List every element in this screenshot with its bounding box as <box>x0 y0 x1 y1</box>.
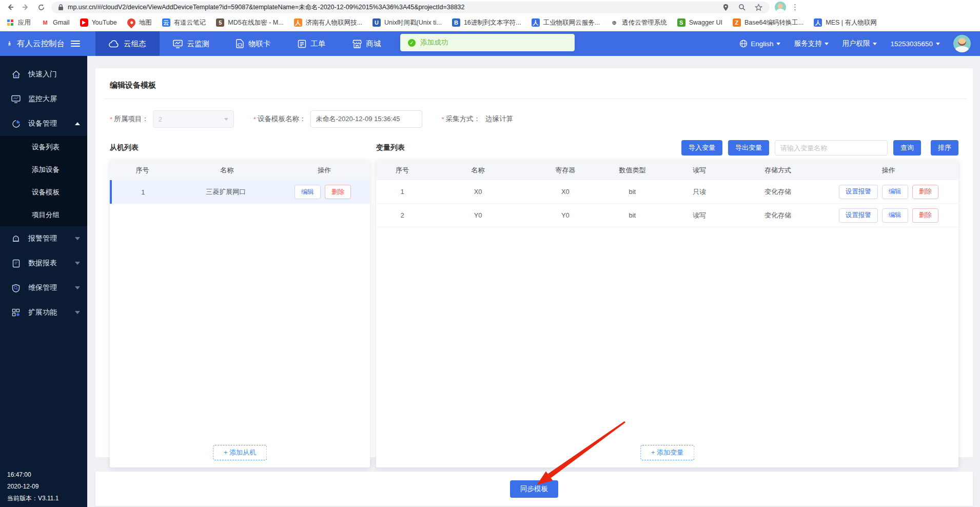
browser-toolbar: mp.usr.cn/#/cloudV2/device/ViewAddDevice… <box>0 0 980 14</box>
bookmark-youtube[interactable]: YouTube <box>80 18 117 27</box>
set-alarm-button[interactable]: 设置报警 <box>839 185 878 199</box>
youdao-icon: 云 <box>162 18 170 27</box>
bookmark-star-icon[interactable] <box>753 2 763 12</box>
lock-icon <box>57 2 64 12</box>
bookmark-youdao[interactable]: 云有道云笔记 <box>162 18 206 27</box>
project-select[interactable]: 2 <box>153 110 234 128</box>
chevron-down-icon <box>873 43 877 45</box>
sidebar-item-add-device[interactable]: 添加设备 <box>0 159 87 181</box>
version-label: 当前版本：V3.11.1 <box>7 493 58 504</box>
chevron-down-icon <box>224 118 228 121</box>
chevron-down-icon <box>75 286 80 289</box>
sidebar-item-project-group[interactable]: 项目分组 <box>0 204 87 226</box>
nav-right: English 服务支持 用户权限 15253035650 <box>739 31 980 56</box>
bookmark-base64[interactable]: ZBase64编码转换工... <box>733 18 803 27</box>
pie-chart-icon <box>11 119 21 128</box>
address-bar[interactable]: mp.usr.cn/#/cloudV2/device/ViewAddDevice… <box>51 2 770 13</box>
account-menu[interactable]: 15253035650 <box>890 40 940 48</box>
user-avatar[interactable] <box>953 35 971 52</box>
divider <box>104 99 967 99</box>
set-alarm-button[interactable]: 设置报警 <box>839 208 878 223</box>
bookmark-unix-timestamp[interactable]: UUnix时间戳(Unix ti... <box>373 18 442 27</box>
tab-iot-card[interactable]: 物联卡 <box>223 31 284 56</box>
table-row[interactable]: 1 X0 X0 bit 只读 变化存储 设置报警 编辑 删除 <box>376 180 958 204</box>
sync-template-button[interactable]: 同步模板 <box>510 480 558 498</box>
sidebar-item-data-report[interactable]: 数据报表 <box>0 251 87 276</box>
nav-tabs: 云组态 云监测 物联卡 工单 商城 <box>95 31 395 56</box>
bookmark-maps[interactable]: 地图 <box>127 18 152 27</box>
home-icon <box>11 70 21 79</box>
back-icon[interactable] <box>5 2 15 12</box>
bookmark-iiot-cloud[interactable]: 人工业物联网云服务... <box>532 18 600 27</box>
report-icon <box>11 259 21 268</box>
table-row[interactable]: 1 三菱扩展网口 编辑 删除 <box>110 180 370 204</box>
export-variable-button[interactable]: 导出变量 <box>728 140 769 155</box>
bookmark-usr-jinan[interactable]: 人济南有人物联网技... <box>294 18 362 27</box>
table-row[interactable]: 2 Y0 Y0 bit 读写 变化存储 设置报警 编辑 删除 <box>376 204 958 227</box>
bookmark-md5[interactable]: 5MD5在线加密 - M... <box>216 18 283 27</box>
slave-table-header: 序号 名称 操作 <box>110 161 370 180</box>
sidebar-item-maintenance[interactable]: 维保管理 <box>0 276 87 300</box>
screen: mp.usr.cn/#/cloudV2/device/ViewAddDevice… <box>0 0 980 507</box>
support-menu[interactable]: 服务支持 <box>794 39 829 48</box>
apps-grid-icon <box>6 18 14 27</box>
variable-search-input[interactable] <box>775 140 888 155</box>
edit-variable-button[interactable]: 编辑 <box>882 185 908 199</box>
project-label: 所属项目： <box>114 114 149 124</box>
bookmark-mes[interactable]: 人MES | 有人物联网 <box>814 18 877 27</box>
grid-icon <box>11 308 21 317</box>
tab-work-order[interactable]: 工单 <box>284 31 339 56</box>
tab-cloud-monitor[interactable]: 云监测 <box>160 31 223 56</box>
template-name-input[interactable] <box>310 110 422 128</box>
collapse-menu-icon[interactable] <box>71 41 80 47</box>
bookmark-passthrough-cloud[interactable]: ⊕透传云管理系统 <box>610 18 667 27</box>
language-menu[interactable]: English <box>739 40 780 48</box>
query-button[interactable]: 查询 <box>893 140 921 155</box>
delete-variable-button[interactable]: 删除 <box>912 208 938 223</box>
import-variable-button[interactable]: 导入变量 <box>681 140 722 155</box>
sidebar-item-device-management[interactable]: 设备管理 <box>0 111 87 136</box>
edit-variable-button[interactable]: 编辑 <box>882 208 908 223</box>
sidebar-item-extensions[interactable]: 扩展功能 <box>0 300 87 325</box>
mes-person-icon: 人 <box>814 18 822 27</box>
bookmark-hex-to-text[interactable]: B16进制到文本字符... <box>452 18 521 27</box>
device-submenu: 设备列表 添加设备 设备模板 项目分组 <box>0 136 87 226</box>
screen-icon <box>11 94 21 104</box>
add-slave-button[interactable]: + 添加从机 <box>213 445 267 460</box>
permission-menu[interactable]: 用户权限 <box>842 39 877 48</box>
add-variable-button[interactable]: + 添加变量 <box>640 445 694 460</box>
delete-variable-button[interactable]: 删除 <box>912 185 938 199</box>
edit-slave-button[interactable]: 编辑 <box>295 185 321 199</box>
slave-list-panel: 序号 名称 操作 1 三菱扩展网口 编辑 删除 + 添加从机 <box>110 161 370 467</box>
tab-cloud-scada[interactable]: 云组态 <box>95 31 160 56</box>
sidebar-item-alarm-management[interactable]: 报警管理 <box>0 226 87 251</box>
bookmark-gmail[interactable]: MGmail <box>41 18 70 27</box>
forward-icon[interactable] <box>21 2 31 12</box>
zoom-icon[interactable] <box>737 2 747 12</box>
reload-icon[interactable] <box>36 2 46 12</box>
variable-list-title: 变量列表 <box>376 143 405 152</box>
browser-menu-icon[interactable]: ⋮ <box>791 3 799 12</box>
tab-mall[interactable]: 商城 <box>339 31 395 56</box>
content-area: 编辑设备模板 * 所属项目： 2 * 设备模板名称： * 采集方式： 边缘计算 <box>87 56 980 507</box>
bookmark-swagger[interactable]: SSwagger UI <box>677 18 722 27</box>
current-date: 2020-12-09 <box>7 481 58 493</box>
sidebar-item-quick-start[interactable]: 快速入门 <box>0 62 87 87</box>
app-title: 有人云控制台 <box>17 38 65 49</box>
chevron-down-icon <box>75 311 80 314</box>
footer-bar: 同步模板 <box>95 472 973 506</box>
delete-slave-button[interactable]: 删除 <box>325 185 351 199</box>
chevron-down-icon <box>825 43 829 45</box>
bookmark-apps[interactable]: 应用 <box>6 18 31 27</box>
location-pin-icon[interactable] <box>720 2 731 12</box>
sort-button[interactable]: 排序 <box>931 140 958 155</box>
browser-profile-avatar[interactable] <box>775 2 786 13</box>
current-time: 16:47:00 <box>7 469 58 481</box>
template-form: * 所属项目： 2 * 设备模板名称： * 采集方式： 边缘计算 <box>110 110 958 128</box>
md5-icon: 5 <box>216 18 224 27</box>
sidebar-item-monitor-screen[interactable]: 监控大屏 <box>0 87 87 111</box>
sidebar-item-device-list[interactable]: 设备列表 <box>0 136 87 159</box>
app-logo[interactable]: 有人云控制台 <box>0 31 87 56</box>
sidebar-item-device-template[interactable]: 设备模板 <box>0 181 87 204</box>
template-name-label: 设备模板名称： <box>258 114 306 124</box>
